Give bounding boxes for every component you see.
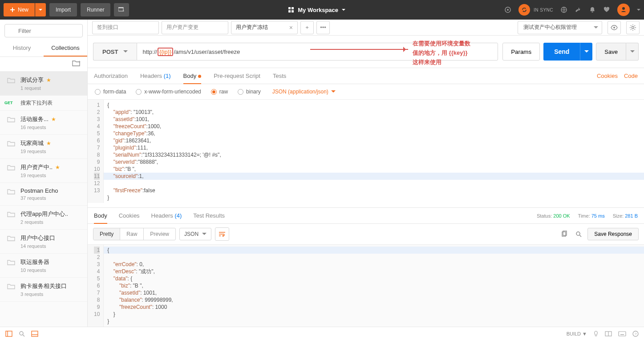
import-button[interactable]: Import <box>49 3 77 16</box>
send-button[interactable]: Send <box>543 43 580 61</box>
save-response-button[interactable]: Save Response <box>587 228 639 240</box>
console-icon[interactable] <box>31 331 38 337</box>
tab-prerequest[interactable]: Pre-request Script <box>214 68 260 84</box>
save-dropdown[interactable] <box>626 43 639 61</box>
params-button[interactable]: Params <box>502 43 540 61</box>
user-avatar[interactable] <box>617 4 630 16</box>
wrench-icon[interactable] <box>575 6 582 13</box>
window-plus-icon: + <box>118 7 125 12</box>
collection-item[interactable]: 测试分享 ★1 request <box>0 72 87 96</box>
sidebar-toggle-icon[interactable] <box>5 331 12 337</box>
content-type-selector[interactable]: JSON (application/json) <box>272 89 336 95</box>
chevron-down-icon[interactable] <box>637 8 640 12</box>
keyboard-icon[interactable] <box>618 331 626 336</box>
tab-authorization[interactable]: Authorization <box>94 68 128 84</box>
workspace-selector[interactable]: My Workspace <box>288 7 345 13</box>
eye-icon <box>611 25 618 30</box>
collection-item[interactable]: 联运服务器10 requests <box>0 254 87 278</box>
resp-tab-headers[interactable]: Headers (4) <box>151 208 182 223</box>
folder-icon <box>7 211 15 217</box>
add-tab-button[interactable]: + <box>300 21 314 34</box>
workspace-name: My Workspace <box>298 7 338 13</box>
star-icon: ★ <box>46 140 51 146</box>
new-collection-icon[interactable]: + <box>72 60 81 67</box>
save-button[interactable]: Save <box>596 43 626 61</box>
format-selector[interactable]: JSON <box>179 228 211 240</box>
chevron-down-icon <box>584 50 589 53</box>
help-icon[interactable]: ? <box>632 331 639 337</box>
collection-name: 购卡服务相关接口 <box>20 282 83 290</box>
new-button[interactable]: New <box>4 3 35 16</box>
runner-button[interactable]: Runner <box>81 3 110 16</box>
env-settings-button[interactable] <box>626 21 640 34</box>
view-preview[interactable]: Preview <box>144 228 175 240</box>
collection-item[interactable]: 购卡服务相关接口3 requests <box>0 278 87 302</box>
resp-tab-cookies[interactable]: Cookies <box>119 208 140 223</box>
svg-line-21 <box>579 235 581 237</box>
collection-name: 测试分享 ★ <box>20 76 83 84</box>
svg-text:+: + <box>78 60 81 64</box>
response-body-viewer[interactable]: 12345678910 { "errCode": 0, "errDesc": "… <box>88 245 644 327</box>
collection-item[interactable]: 代理app用户中心..2 requests <box>0 206 87 230</box>
radio-binary[interactable]: binary <box>238 89 261 95</box>
tab-collections[interactable]: Collections <box>44 40 87 57</box>
request-item[interactable]: GET搜索下拉列表 <box>0 96 87 111</box>
collection-item[interactable]: 用户资产中.. ★19 requests <box>0 159 87 183</box>
annotation-arrow <box>310 49 408 50</box>
close-icon[interactable]: × <box>289 24 293 31</box>
folder-icon <box>7 116 15 122</box>
tab-history[interactable]: History <box>0 40 44 57</box>
folder-icon <box>7 188 15 194</box>
method-selector[interactable]: POST <box>93 43 137 61</box>
env-quicklook-button[interactable] <box>608 21 621 34</box>
collection-meta: 3 requests <box>20 291 83 297</box>
gear-icon <box>629 24 636 31</box>
collection-item[interactable]: 活动服务... ★16 requests <box>0 111 87 135</box>
bulb-icon[interactable] <box>593 331 599 337</box>
collection-item[interactable]: Postman Echo37 requests <box>0 183 87 206</box>
heart-icon[interactable] <box>603 6 610 13</box>
link-code[interactable]: Code <box>624 73 638 79</box>
tab-overflow-button[interactable]: ••• <box>316 21 330 34</box>
filter-input[interactable] <box>4 24 83 37</box>
copy-response-icon[interactable] <box>559 229 570 239</box>
request-tab[interactable]: 签到接口 <box>92 21 159 34</box>
request-tab[interactable]: 用户资产变更 <box>162 21 228 34</box>
bell-icon[interactable] <box>589 6 596 13</box>
send-dropdown[interactable] <box>580 43 592 61</box>
environment-selector[interactable]: 测试资产中心权限管理 <box>518 21 602 34</box>
tab-tests[interactable]: Tests <box>273 68 286 84</box>
chevron-down-icon <box>342 8 345 12</box>
collection-name: 代理app用户中心.. <box>20 210 83 218</box>
svg-rect-22 <box>6 331 12 336</box>
wrap-toggle[interactable] <box>215 227 229 241</box>
two-pane-icon[interactable] <box>605 331 612 336</box>
tab-headers[interactable]: Headers (1) <box>140 68 171 84</box>
new-dropdown[interactable] <box>35 3 46 16</box>
globe-icon[interactable] <box>560 6 567 13</box>
radio-urlencoded[interactable]: x-www-form-urlencoded <box>136 89 201 95</box>
chevron-down-icon <box>202 232 207 236</box>
build-label[interactable]: BUILD ▼ <box>567 331 587 336</box>
search-response-icon[interactable] <box>573 229 584 239</box>
resp-tab-body[interactable]: Body <box>94 208 107 223</box>
tab-label: 签到接口 <box>97 24 118 31</box>
radio-formdata[interactable]: form-data <box>95 89 126 95</box>
link-cookies[interactable]: Cookies <box>597 73 618 79</box>
svg-text:?: ? <box>635 332 637 336</box>
folder-icon <box>7 235 15 241</box>
capture-icon[interactable] <box>504 6 511 13</box>
tab-body[interactable]: Body <box>183 68 202 84</box>
request-body-editor[interactable]: 12345678910111213 { "appId": "10013", "a… <box>88 100 644 203</box>
collection-item[interactable]: 玩家商城 ★19 requests <box>0 135 87 159</box>
svg-rect-1 <box>10 9 15 10</box>
view-pretty[interactable]: Pretty <box>93 228 120 240</box>
collection-item[interactable]: 用户中心接口14 requests <box>0 230 87 254</box>
view-raw[interactable]: Raw <box>120 228 144 240</box>
sync-status[interactable]: IN SYNC <box>518 4 553 16</box>
resp-tab-testresults[interactable]: Test Results <box>193 208 225 223</box>
radio-raw[interactable]: raw <box>211 89 228 95</box>
request-tab[interactable]: 用户资产冻结× <box>231 21 298 34</box>
find-icon[interactable] <box>19 331 25 337</box>
new-window-button[interactable]: + <box>114 3 129 16</box>
